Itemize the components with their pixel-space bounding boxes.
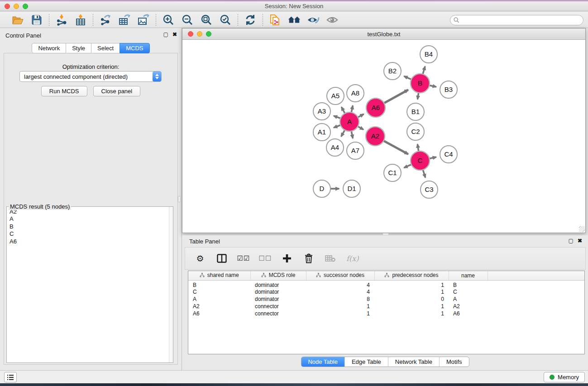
- table-row[interactable]: Bdominator41B: [188, 280, 585, 288]
- new-network-from-selection-icon[interactable]: [269, 14, 282, 26]
- mcds-result-list[interactable]: A2ABCA6: [7, 207, 173, 362]
- task-history-button[interactable]: [4, 372, 17, 382]
- graph-node-B3[interactable]: B3: [440, 81, 457, 98]
- graph-node-B1[interactable]: B1: [407, 103, 424, 120]
- table-cell[interactable]: [488, 288, 585, 295]
- tab-edge-table[interactable]: Edge Table: [344, 357, 388, 367]
- tab-node-table[interactable]: Node Table: [301, 357, 344, 367]
- select-all-columns-icon[interactable]: ☑☑: [238, 253, 249, 264]
- graph-node-D1[interactable]: D1: [343, 180, 360, 197]
- mcds-result-item[interactable]: B: [7, 223, 173, 230]
- graph-node-C2[interactable]: C2: [407, 123, 424, 140]
- table-cell[interactable]: connector: [250, 303, 306, 310]
- zoom-out-icon[interactable]: [181, 14, 194, 26]
- mcds-list-scrollbar[interactable]: [169, 207, 173, 362]
- table-cell[interactable]: 1: [374, 288, 449, 295]
- hide-selected-eye-icon[interactable]: [307, 14, 320, 26]
- memory-button[interactable]: Memory: [544, 372, 585, 382]
- graph-node-A5[interactable]: A5: [327, 87, 344, 105]
- table-cell[interactable]: 4: [306, 288, 374, 295]
- table-cell[interactable]: 4: [306, 280, 374, 288]
- close-panel-button[interactable]: Close panel: [93, 86, 141, 96]
- column-header-shared-name[interactable]: shared name: [188, 271, 250, 280]
- table-cell[interactable]: [488, 295, 585, 303]
- show-all-eye-icon[interactable]: [326, 14, 339, 26]
- node-table-container[interactable]: shared nameMCDS rolesuccessor nodesprede…: [188, 271, 585, 354]
- tab-select[interactable]: Select: [91, 43, 120, 53]
- graph-node-B[interactable]: B: [411, 74, 430, 93]
- table-cell[interactable]: A6: [449, 310, 488, 317]
- table-row[interactable]: A6connector11A6: [188, 310, 585, 317]
- table-cell[interactable]: dominator: [250, 288, 306, 295]
- add-column-icon[interactable]: [281, 253, 293, 264]
- float-panel-icon[interactable]: ▢: [163, 32, 168, 37]
- close-panel-icon[interactable]: ✖: [172, 32, 177, 37]
- network-canvas[interactable]: B4B2BB3A5A8A6B1A3AC2A1A2A4A7C4CC1DD1C3: [182, 40, 585, 233]
- table-cell[interactable]: [488, 280, 585, 288]
- table-cell[interactable]: 8: [306, 295, 374, 303]
- table-cell[interactable]: connector: [250, 310, 306, 317]
- open-file-icon[interactable]: [11, 14, 24, 26]
- tab-network[interactable]: Network: [32, 43, 66, 53]
- table-cell[interactable]: 1: [306, 310, 374, 317]
- export-network-icon[interactable]: [99, 14, 112, 26]
- export-image-icon[interactable]: [137, 14, 150, 26]
- table-row[interactable]: A2connector11A2: [188, 303, 585, 310]
- column-header-mcds-role[interactable]: MCDS role: [250, 271, 306, 280]
- graph-node-A3[interactable]: A3: [313, 103, 330, 120]
- search-input[interactable]: [450, 15, 583, 25]
- import-network-icon[interactable]: [55, 14, 68, 26]
- column-header-predecessor-nodes[interactable]: predecessor nodes: [374, 271, 449, 280]
- tab-motifs[interactable]: Motifs: [439, 357, 469, 367]
- column-header-name[interactable]: name: [449, 271, 488, 280]
- table-cell[interactable]: C: [188, 288, 250, 295]
- float-table-panel-icon[interactable]: ▢: [569, 238, 574, 243]
- table-cell[interactable]: 1: [374, 303, 449, 310]
- tab-mcds[interactable]: MCDS: [120, 43, 149, 53]
- graph-node-C1[interactable]: C1: [384, 164, 401, 181]
- mcds-result-item[interactable]: A: [7, 215, 173, 223]
- graph-node-C4[interactable]: C4: [440, 146, 457, 163]
- export-table-icon[interactable]: [118, 14, 131, 26]
- graph-node-A7[interactable]: A7: [347, 142, 364, 159]
- graph-node-A[interactable]: A: [340, 112, 359, 131]
- zoom-in-icon[interactable]: [162, 14, 175, 26]
- tab-network-table[interactable]: Network Table: [388, 357, 439, 367]
- network-window-titlebar[interactable]: testGlobe.txt: [182, 29, 585, 40]
- table-row[interactable]: Adominator80A: [188, 295, 585, 303]
- graph-node-A2[interactable]: A2: [366, 127, 385, 146]
- table-cell[interactable]: [488, 303, 585, 310]
- save-session-icon[interactable]: [30, 14, 43, 26]
- graph-node-A4[interactable]: A4: [326, 139, 344, 156]
- table-cell[interactable]: dominator: [250, 280, 306, 288]
- graph-node-A8[interactable]: A8: [347, 85, 364, 102]
- show-column-panel-icon[interactable]: [216, 253, 228, 264]
- zoom-fit-icon[interactable]: [200, 14, 213, 26]
- graph-node-A6[interactable]: A6: [366, 98, 385, 117]
- vertical-splitter-grip[interactable]: [178, 196, 181, 202]
- optimization-criterion-dropdown[interactable]: largest connected component (directed): [19, 71, 162, 82]
- mcds-result-item[interactable]: C: [7, 230, 173, 238]
- deselect-all-columns-icon[interactable]: ☐☐: [259, 253, 271, 264]
- graph-node-B2[interactable]: B2: [384, 62, 401, 80]
- column-header-successor-nodes[interactable]: successor nodes: [306, 271, 374, 280]
- graph-node-B4[interactable]: B4: [420, 46, 437, 63]
- mcds-result-item[interactable]: A6: [7, 238, 173, 245]
- graph-node-A1[interactable]: A1: [313, 124, 330, 141]
- table-cell[interactable]: A: [188, 295, 250, 303]
- tab-style[interactable]: Style: [66, 43, 91, 53]
- table-cell[interactable]: B: [449, 280, 488, 288]
- close-table-panel-icon[interactable]: ✖: [578, 238, 582, 243]
- graph-node-D[interactable]: D: [313, 180, 330, 197]
- graph-node-C3[interactable]: C3: [421, 181, 438, 198]
- run-mcds-button[interactable]: Run MCDS: [41, 86, 87, 96]
- table-cell[interactable]: 1: [374, 280, 449, 288]
- table-row[interactable]: Cdominator41C: [188, 288, 585, 295]
- table-cell[interactable]: 1: [306, 303, 374, 310]
- delete-column-trash-icon[interactable]: [303, 253, 315, 264]
- first-neighbors-icon[interactable]: [288, 14, 301, 26]
- window-resize-grip[interactable]: [579, 226, 585, 232]
- table-cell[interactable]: A2: [449, 303, 488, 310]
- table-cell[interactable]: B: [188, 280, 250, 288]
- table-cell[interactable]: 1: [374, 310, 449, 317]
